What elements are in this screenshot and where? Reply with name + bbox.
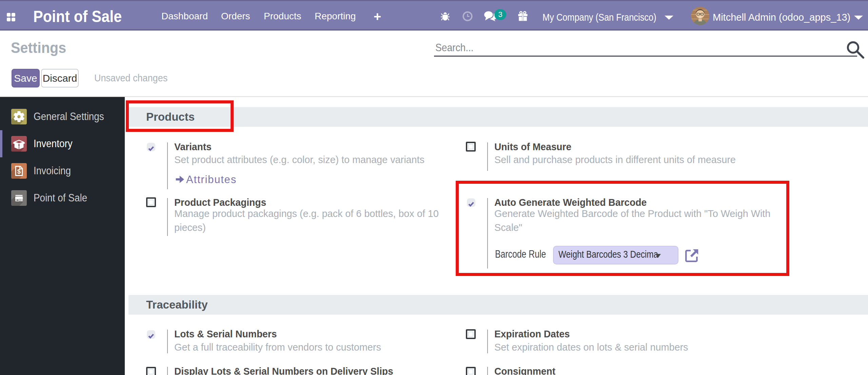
svg-text:$: $ <box>17 168 21 175</box>
